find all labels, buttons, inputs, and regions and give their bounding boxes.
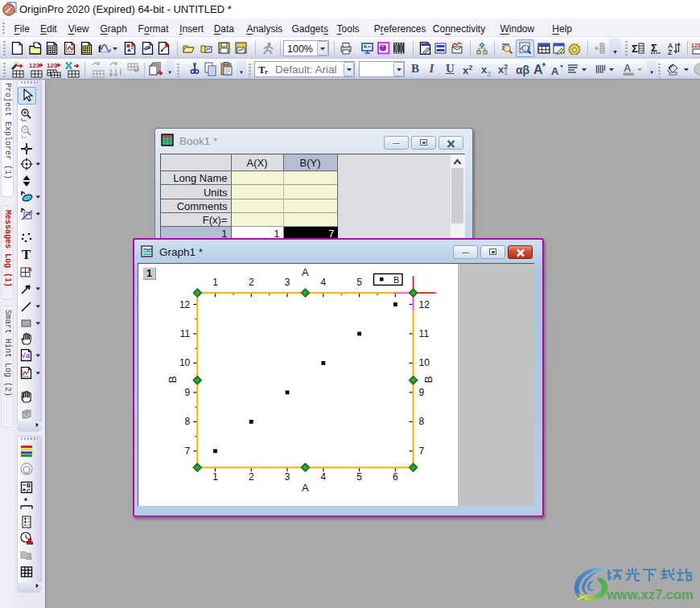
svg-text:7: 7 (185, 446, 191, 457)
svg-text:1: 1 (212, 471, 218, 483)
svg-text:12: 12 (419, 299, 430, 310)
svg-text:5: 5 (356, 277, 362, 288)
svg-text:8: 8 (185, 416, 191, 427)
svg-text:4: 4 (320, 277, 326, 288)
svg-text:11: 11 (419, 328, 430, 339)
svg-text:A: A (302, 266, 309, 278)
svg-text:10: 10 (179, 357, 191, 368)
svg-text:2: 2 (249, 277, 254, 288)
svg-text:4: 4 (320, 471, 326, 483)
svg-text:9: 9 (419, 387, 425, 398)
svg-text:5: 5 (356, 471, 362, 483)
svg-text:7: 7 (419, 446, 425, 457)
svg-text:B: B (422, 376, 434, 384)
svg-text:10: 10 (419, 357, 430, 368)
svg-text:3: 3 (285, 471, 290, 483)
svg-text:9: 9 (185, 387, 191, 398)
svg-text:B: B (167, 376, 179, 384)
svg-text:12: 12 (179, 299, 191, 310)
svg-text:B: B (393, 275, 399, 285)
svg-text:6: 6 (393, 471, 398, 483)
svg-text:8: 8 (419, 416, 425, 427)
svg-text:1: 1 (212, 277, 218, 288)
svg-text:A: A (302, 482, 309, 494)
svg-text:3: 3 (285, 277, 290, 288)
svg-text:11: 11 (180, 328, 191, 339)
svg-text:2: 2 (249, 471, 254, 483)
